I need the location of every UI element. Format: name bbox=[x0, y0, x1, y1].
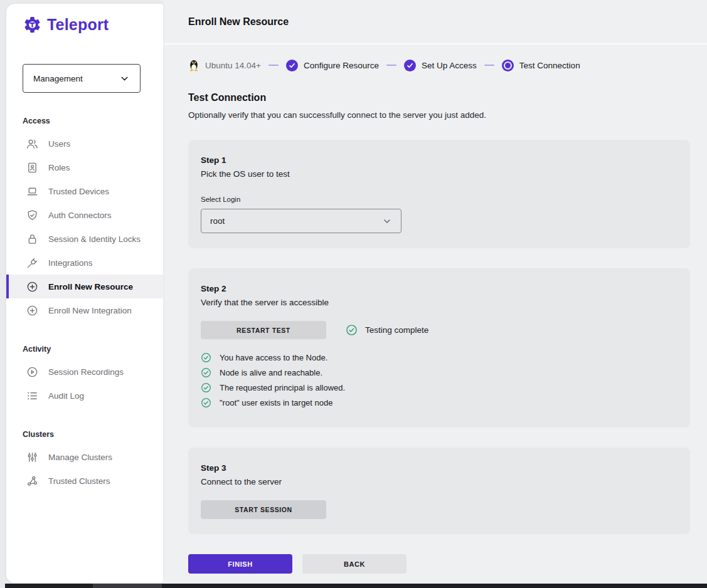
sidebar-item-auth-connectors[interactable]: Auth Connectors bbox=[6, 203, 163, 227]
chevron-down-icon bbox=[119, 73, 130, 84]
sidebar-item-manage-clusters[interactable]: Manage Clusters bbox=[6, 445, 163, 469]
step2-card: Step 2 Verify that the server is accessi… bbox=[188, 268, 690, 428]
sidebar-item-label: Roles bbox=[48, 163, 70, 172]
login-select[interactable]: root bbox=[201, 209, 401, 233]
step1-card: Step 1 Pick the OS user to test Select L… bbox=[188, 140, 690, 248]
check-circle-icon bbox=[201, 382, 211, 393]
stepper-dash bbox=[268, 65, 279, 66]
stepper-step-test: Test Connection bbox=[519, 61, 580, 70]
play-circle-icon bbox=[26, 366, 38, 378]
sidebar-item-enroll-new-integration[interactable]: Enroll New Integration bbox=[6, 298, 163, 322]
footer-actions: FINISH BACK bbox=[188, 554, 707, 574]
list-icon bbox=[26, 390, 38, 402]
sidebar-item-label: Manage Clusters bbox=[48, 453, 112, 462]
check-item: Node is alive and reachable. bbox=[201, 367, 678, 378]
finish-button[interactable]: FINISH bbox=[188, 554, 292, 574]
sidebar-item-label: Trusted Devices bbox=[48, 187, 109, 196]
check-circle-icon bbox=[201, 397, 211, 408]
sidebar-item-label: Session & Identity Locks bbox=[48, 234, 141, 244]
sidebar-item-label: Trusted Clusters bbox=[48, 476, 110, 486]
step3-title: Step 3 bbox=[201, 463, 678, 473]
nav-section-access: Access bbox=[6, 117, 163, 125]
sidebar-item-label: Users bbox=[48, 139, 70, 149]
sidebar-item-roles[interactable]: Roles bbox=[6, 155, 163, 179]
sidebar-item-integrations[interactable]: Integrations bbox=[6, 251, 163, 275]
roles-icon bbox=[26, 162, 38, 174]
main-panel: Enroll New Resource Ubuntu 14.04+ Con bbox=[163, 0, 707, 584]
check-circle-icon bbox=[201, 367, 211, 378]
step-done-icon bbox=[286, 60, 298, 71]
nav-section-activity: Activity bbox=[6, 345, 163, 354]
nav-section-clusters: Clusters bbox=[6, 430, 163, 439]
check-item-text: You have access to the Node. bbox=[220, 353, 327, 362]
step1-title: Step 1 bbox=[201, 155, 678, 165]
step3-card: Step 3 Connect to the server START SESSI… bbox=[188, 448, 690, 534]
sliders-icon bbox=[26, 451, 38, 463]
step3-description: Connect to the server bbox=[201, 477, 678, 486]
teleport-gear-icon bbox=[23, 15, 42, 34]
page-header-title: Enroll New Resource bbox=[188, 16, 289, 28]
check-item: You have access to the Node. bbox=[201, 352, 678, 363]
restart-test-button[interactable]: RESTART TEST bbox=[201, 321, 326, 339]
check-item-text: "root" user exists in target node bbox=[220, 398, 333, 407]
sidebar-item-label: Enroll New Resource bbox=[48, 282, 133, 291]
lock-icon bbox=[26, 233, 38, 245]
check-circle-icon bbox=[346, 324, 358, 336]
stepper-dash bbox=[484, 65, 494, 66]
test-connection-content: Test Connection Optionally verify that y… bbox=[163, 71, 707, 574]
sidebar-item-label: Audit Log bbox=[48, 391, 84, 401]
management-select-value: Management bbox=[33, 74, 83, 83]
step-done-icon bbox=[404, 60, 416, 71]
sidebar-item-label: Auth Connectors bbox=[48, 211, 112, 220]
sidebar-item-trusted-devices[interactable]: Trusted Devices bbox=[6, 179, 163, 203]
sidebar-item-label: Enroll New Integration bbox=[48, 306, 132, 315]
check-circle-icon bbox=[201, 352, 211, 363]
step1-description: Pick the OS user to test bbox=[201, 169, 678, 179]
enroll-stepper: Ubuntu 14.04+ Configure Resource Set Up … bbox=[163, 45, 707, 71]
login-select-value: root bbox=[210, 216, 225, 226]
start-session-button[interactable]: START SESSION bbox=[201, 500, 326, 519]
chevron-down-icon bbox=[382, 216, 392, 226]
sidebar-item-session-identity-locks[interactable]: Session & Identity Locks bbox=[6, 227, 163, 251]
plug-icon bbox=[26, 257, 38, 269]
check-item: "root" user exists in target node bbox=[201, 397, 678, 408]
sidebar-item-users[interactable]: Users bbox=[6, 132, 163, 155]
step-current-icon bbox=[502, 60, 514, 71]
sidebar-item-label: Session Recordings bbox=[48, 367, 124, 377]
check-item-text: The requested principal is allowed. bbox=[220, 383, 345, 392]
stepper-step-access: Set Up Access bbox=[422, 61, 477, 70]
sidebar-item-session-recordings[interactable]: Session Recordings bbox=[6, 360, 163, 384]
test-checklist: You have access to the Node. Node is ali… bbox=[201, 352, 678, 408]
step2-description: Verify that the server is accessible bbox=[201, 298, 678, 307]
test-status: Testing complete bbox=[346, 324, 428, 336]
management-select[interactable]: Management bbox=[23, 64, 141, 93]
sidebar-item-label: Integrations bbox=[48, 258, 93, 268]
test-status-text: Testing complete bbox=[365, 325, 428, 335]
laptop-icon bbox=[26, 186, 38, 197]
sidebar-item-audit-log[interactable]: Audit Log bbox=[6, 384, 163, 407]
check-item-text: Node is alive and reachable. bbox=[220, 368, 322, 377]
teleport-logo[interactable]: Teleport bbox=[6, 4, 163, 34]
plus-circle-icon bbox=[26, 281, 38, 293]
teleport-app: Teleport Management Access Users Roles bbox=[0, 0, 707, 588]
sidebar: Teleport Management Access Users Roles bbox=[6, 4, 163, 583]
plus-circle-icon bbox=[26, 305, 38, 317]
linux-tux-icon bbox=[188, 59, 199, 71]
window-bottom-edge bbox=[5, 584, 707, 588]
shield-check-icon bbox=[26, 209, 38, 221]
select-login-label: Select Login bbox=[201, 196, 678, 203]
sidebar-item-trusted-clusters[interactable]: Trusted Clusters bbox=[6, 469, 163, 493]
stepper-resource-label: Ubuntu 14.04+ bbox=[205, 61, 261, 70]
network-icon bbox=[26, 475, 38, 487]
users-icon bbox=[26, 138, 38, 150]
main-header: Enroll New Resource bbox=[163, 0, 707, 45]
back-button[interactable]: BACK bbox=[302, 554, 407, 574]
sidebar-item-enroll-new-resource[interactable]: Enroll New Resource bbox=[6, 275, 163, 298]
stepper-step-configure: Configure Resource bbox=[304, 61, 379, 70]
page-title: Test Connection bbox=[188, 92, 707, 103]
step2-title: Step 2 bbox=[201, 284, 678, 293]
stepper-dash bbox=[386, 65, 396, 66]
brand-name: Teleport bbox=[47, 16, 109, 34]
check-item: The requested principal is allowed. bbox=[201, 382, 678, 393]
page-subtitle: Optionally verify that you can successfu… bbox=[188, 110, 707, 120]
